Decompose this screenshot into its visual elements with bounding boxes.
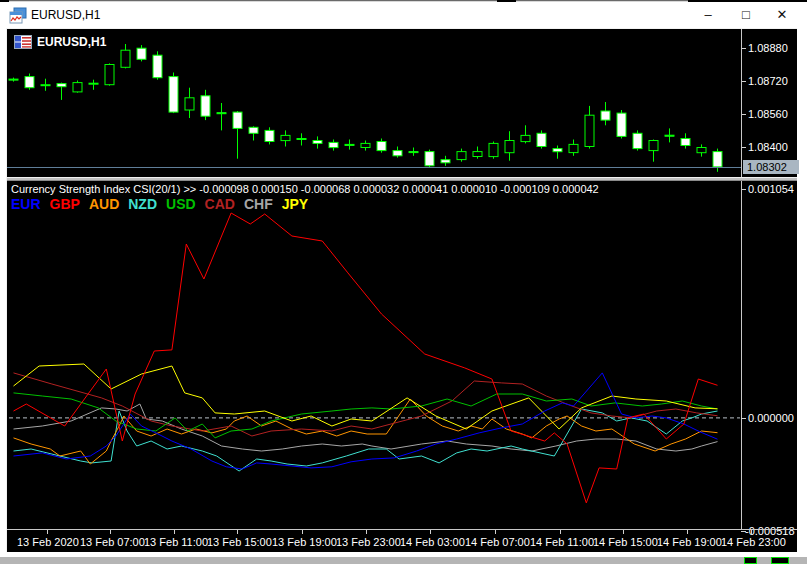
window-titlebar[interactable]: EURUSD,H1 – □ ✕ — [0, 2, 807, 28]
indicator-pane[interactable] — [7, 181, 741, 529]
legend-item-gbp: GBP — [50, 196, 80, 212]
chart-window: EURUSD,H1 – □ ✕ EURUSD,H1 1.088801.08720… — [0, 2, 807, 557]
legend-item-chf: CHF — [244, 196, 273, 212]
background-window-strip — [0, 557, 807, 564]
background-window-edge — [0, 0, 807, 1]
time-tick — [237, 530, 238, 534]
csi-line-nzd — [14, 409, 718, 471]
indicator-tick — [741, 418, 746, 419]
time-tick-label: 13 Feb 23:00 — [336, 536, 401, 548]
time-tick — [110, 530, 111, 534]
time-tick-label: 14 Feb 03:00 — [400, 536, 465, 548]
legend-item-nzd: NZD — [128, 196, 157, 212]
close-button[interactable]: ✕ — [769, 5, 795, 25]
bid-price-line — [7, 167, 741, 168]
csi-line-eur — [14, 373, 718, 469]
background-candle-fragment — [744, 557, 757, 564]
legend-item-aud: AUD — [89, 196, 119, 212]
maximize-button[interactable]: □ — [733, 5, 759, 25]
legend-item-cad: CAD — [205, 196, 235, 212]
indicator-tick-label: 0.001054 — [748, 183, 794, 195]
indicator-tick — [741, 189, 746, 190]
time-tick-label: 13 Feb 15:00 — [207, 536, 272, 548]
time-tick-label: 13 Feb 2020 — [17, 536, 79, 548]
background-candle-fragment — [771, 557, 789, 564]
price-tick-label: 1.08880 — [748, 42, 788, 54]
axis-border-line — [741, 29, 742, 529]
time-tick — [687, 530, 688, 534]
symbol-grid-icon — [14, 35, 32, 49]
time-tick-label: 14 Feb 15:00 — [593, 536, 658, 548]
currency-legend: EURGBPAUDNZDUSDCADCHFJPY — [11, 196, 317, 212]
indicator-header: Currency Strength Index CSI(20/1) >> -0.… — [11, 183, 599, 195]
price-chart-pane[interactable] — [7, 29, 741, 177]
window-title: EURUSD,H1 — [31, 8, 100, 22]
legend-item-jpy: JPY — [282, 196, 308, 212]
screenshot-root: EURUSD,H1 – □ ✕ EURUSD,H1 1.088801.08720… — [0, 0, 807, 564]
bid-price-badge: 1.08302 — [743, 160, 799, 174]
time-tick — [302, 530, 303, 534]
time-tick-label: 13 Feb 19:00 — [272, 536, 337, 548]
legend-item-eur: EUR — [11, 196, 41, 212]
csi-line-jpy — [14, 364, 718, 429]
time-tick — [560, 530, 561, 534]
price-tick-label: 1.08560 — [748, 108, 788, 120]
time-tick — [47, 530, 48, 534]
time-tick — [751, 530, 752, 534]
symbol-label: EURUSD,H1 — [37, 35, 106, 49]
time-tick-label: 13 Feb 07:00 — [80, 536, 145, 548]
time-tick-label: 14 Feb 07:00 — [465, 536, 530, 548]
time-tick — [623, 530, 624, 534]
price-tick-label: 1.08400 — [748, 141, 788, 153]
time-tick — [430, 530, 431, 534]
price-tick-label: 1.08720 — [748, 75, 788, 87]
minimize-button[interactable]: – — [695, 5, 721, 25]
time-tick — [366, 530, 367, 534]
time-axis-border — [7, 529, 797, 530]
chart-content: EURUSD,H1 1.088801.087201.085601.084001.… — [6, 28, 797, 552]
indicator-tick-label: 0.000000 — [748, 412, 794, 424]
chart-window-icon — [9, 7, 27, 24]
time-tick — [174, 530, 175, 534]
time-tick-label: 14 Feb 19:00 — [657, 536, 722, 548]
time-tick-label: 13 Feb 11:00 — [144, 536, 208, 548]
time-tick — [495, 530, 496, 534]
time-tick-label: 14 Feb 23:00 — [721, 536, 786, 548]
time-tick-label: 14 Feb 11:00 — [530, 536, 594, 548]
legend-item-usd: USD — [166, 196, 196, 212]
